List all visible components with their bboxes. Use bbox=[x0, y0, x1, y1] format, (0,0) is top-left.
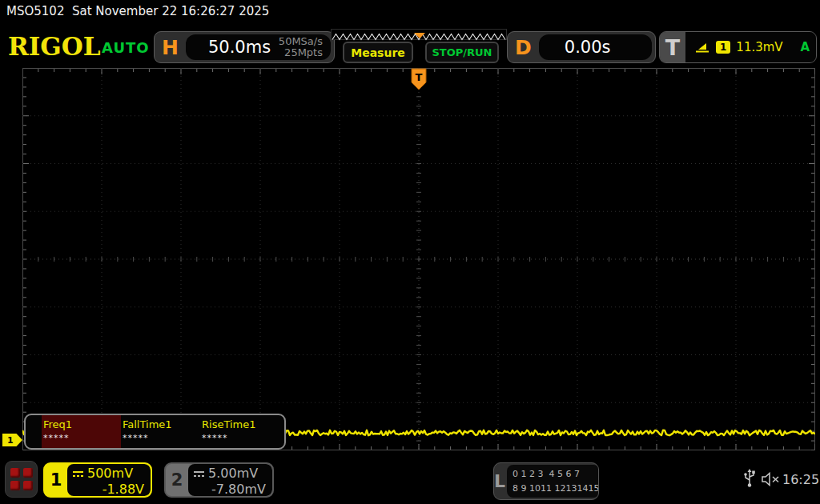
trigger-label: T bbox=[660, 32, 685, 62]
menu-button-icon bbox=[23, 481, 33, 490]
channel1-offset: -1.88V bbox=[72, 482, 144, 498]
measurement-panel: Freq1 ***** FallTime1 ***** RiseTime1 **… bbox=[24, 414, 286, 450]
trigger-values: 1 11.3mV A bbox=[685, 32, 816, 62]
channel1-status-block[interactable]: 1 500mV -1.88V bbox=[43, 462, 152, 498]
logic-label: L bbox=[494, 463, 505, 499]
clock: 16:25 bbox=[782, 472, 819, 487]
measurement-item-falltime1[interactable]: FallTime1 ***** bbox=[121, 415, 200, 448]
timebase-value: 50.0ms bbox=[208, 38, 271, 57]
measurement-label: RiseTime1 bbox=[202, 418, 279, 430]
channel1-scale: 500mV bbox=[87, 466, 133, 482]
channel2-scale: 5.00mV bbox=[208, 466, 258, 482]
measure-button-label: Measure bbox=[351, 46, 405, 59]
channel2-status-block[interactable]: 2 5.00mV -7.80mV bbox=[164, 462, 274, 498]
channel1-number: 1 bbox=[45, 464, 67, 496]
measurement-item-freq1[interactable]: Freq1 ***** bbox=[42, 415, 121, 448]
trigger-position-marker: T bbox=[412, 69, 426, 90]
svg-text:T: T bbox=[416, 71, 423, 83]
logic-channels-block[interactable]: L 0 1 2 3 4 5 6 7 8 9 1011 12131415 bbox=[493, 462, 599, 500]
menu-button[interactable] bbox=[5, 461, 38, 498]
model-datetime: MSO5102 Sat November 22 16:26:27 2025 bbox=[6, 4, 269, 18]
memory-depth: 25Mpts bbox=[284, 46, 323, 58]
horizontal-label: H bbox=[155, 36, 186, 59]
menu-button-icon bbox=[10, 468, 20, 478]
rigol-logo: RIGOL bbox=[8, 32, 101, 61]
measurement-label: Freq1 bbox=[43, 418, 121, 430]
dc-coupling-icon bbox=[193, 470, 205, 478]
delay-values: 0.00s bbox=[539, 34, 652, 60]
stop-run-button[interactable]: STOP/RUN bbox=[425, 42, 499, 63]
channel1-values: 500mV -1.88V bbox=[67, 464, 151, 496]
stop-run-button-label: STOP/RUN bbox=[432, 46, 492, 58]
usb-icon bbox=[743, 469, 756, 488]
trigger-source-badge: 1 bbox=[716, 41, 730, 54]
measurement-value: ***** bbox=[123, 433, 200, 443]
trigger-settings-block[interactable]: T 1 11.3mV A bbox=[659, 31, 817, 63]
measurement-label: FallTime1 bbox=[123, 418, 200, 430]
delay-label: D bbox=[508, 36, 539, 59]
channel1-marker-label: 1 bbox=[7, 435, 14, 446]
zigzag-waveform-icon bbox=[332, 32, 506, 42]
channel1-ground-marker[interactable]: 1 bbox=[2, 434, 22, 446]
delay-value: 0.00s bbox=[565, 38, 611, 57]
logic-row-1: 0 1 2 3 4 5 6 7 bbox=[512, 467, 599, 482]
measure-button[interactable]: Measure bbox=[343, 42, 413, 63]
menu-button-icon bbox=[23, 468, 33, 478]
delay-settings-block[interactable]: D 0.00s bbox=[507, 31, 656, 63]
horizontal-settings-block[interactable]: H 50.0ms 50MSa/s 25Mpts bbox=[154, 31, 335, 63]
graticule: T bbox=[22, 68, 815, 450]
speaker-muted-icon[interactable] bbox=[761, 472, 781, 486]
edge-trigger-icon bbox=[695, 42, 710, 54]
horizontal-values: 50.0ms 50MSa/s 25Mpts bbox=[186, 34, 331, 60]
menu-button-icon bbox=[10, 481, 20, 490]
channel2-values: 5.00mV -7.80mV bbox=[188, 464, 272, 496]
measurement-item-risetime1[interactable]: RiseTime1 ***** bbox=[200, 415, 279, 448]
logic-channel-list: 0 1 2 3 4 5 6 7 8 9 1011 12131415 bbox=[507, 465, 599, 498]
dc-coupling-icon bbox=[72, 470, 84, 478]
memory-waveform-overview[interactable] bbox=[331, 29, 507, 40]
mode-badge: AUTO bbox=[102, 39, 150, 56]
logic-row-2: 8 9 1011 12131415 bbox=[512, 482, 599, 496]
measurement-value: ***** bbox=[43, 433, 121, 443]
oscilloscope-screen: MSO5102 Sat November 22 16:26:27 2025 RI… bbox=[0, 0, 820, 504]
trigger-sweep-mode: A bbox=[800, 40, 810, 54]
acquisition-rates: 50MSa/s 25Mpts bbox=[279, 36, 323, 58]
trigger-level-value: 11.3mV bbox=[736, 40, 782, 54]
measurement-value: ***** bbox=[202, 433, 279, 443]
channel2-offset: -7.80mV bbox=[193, 482, 266, 498]
channel2-number: 2 bbox=[166, 464, 188, 496]
